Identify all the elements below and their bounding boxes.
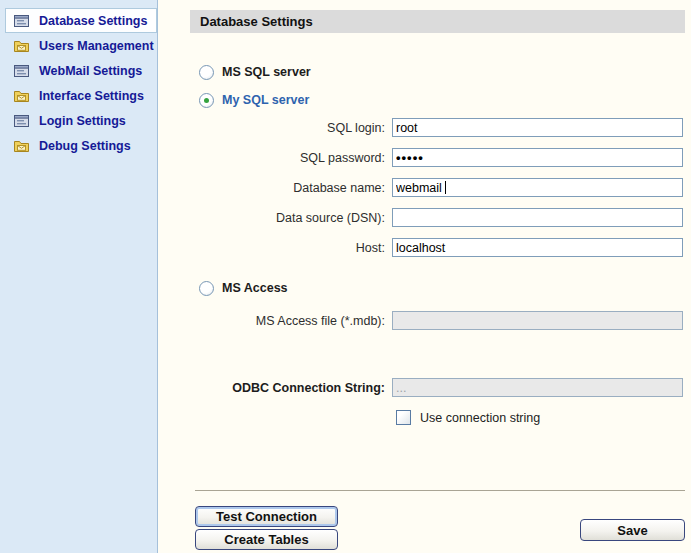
sidebar-item-label: Debug Settings	[39, 139, 131, 153]
my-sql-option-row: My SQL server	[199, 92, 309, 108]
my-sql-radio[interactable]	[199, 93, 214, 108]
sql-login-row: SQL login:	[190, 118, 690, 138]
folder-icon	[13, 138, 30, 154]
sidebar-item-label: Users Management	[39, 39, 154, 53]
ms-sql-option-row: MS SQL server	[199, 64, 311, 80]
sidebar-item-label: Login Settings	[39, 114, 126, 128]
folder-icon	[13, 88, 30, 104]
text-cursor	[445, 181, 446, 194]
sidebar-item-label: Database Settings	[39, 14, 147, 28]
ms-access-file-label: MS Access file (*.mdb):	[190, 314, 385, 328]
sidebar-item-database-settings[interactable]: Database Settings	[5, 8, 157, 33]
host-label: Host:	[190, 241, 385, 255]
my-sql-label[interactable]: My SQL server	[222, 93, 309, 107]
sidebar: Database Settings Users Management WebMa…	[0, 0, 158, 553]
data-source-input[interactable]	[392, 208, 683, 227]
page-title-bar: Database Settings	[190, 10, 685, 33]
ms-sql-radio[interactable]	[199, 65, 214, 80]
sql-login-input[interactable]	[392, 118, 683, 137]
use-connection-string-checkbox[interactable]	[396, 410, 411, 425]
data-source-label: Data source (DSN):	[190, 211, 385, 225]
sidebar-item-users-management[interactable]: Users Management	[0, 33, 157, 58]
host-input[interactable]	[392, 238, 683, 257]
ms-access-file-input	[392, 311, 683, 330]
odbc-connection-label: ODBC Connection String:	[190, 381, 385, 395]
ms-access-radio[interactable]	[199, 281, 214, 296]
create-tables-button[interactable]: Create Tables	[195, 529, 338, 550]
sidebar-item-login-settings[interactable]: Login Settings	[0, 108, 157, 133]
odbc-connection-input	[392, 378, 683, 397]
sidebar-item-webmail-settings[interactable]: WebMail Settings	[0, 58, 157, 83]
data-source-row: Data source (DSN):	[190, 208, 690, 228]
database-name-input[interactable]	[392, 178, 683, 197]
page-title: Database Settings	[200, 14, 313, 29]
database-name-label: Database name:	[190, 181, 385, 195]
database-name-row: Database name:	[190, 178, 690, 198]
sidebar-item-debug-settings[interactable]: Debug Settings	[0, 133, 157, 158]
footer-separator	[195, 490, 685, 491]
ms-access-option-row: MS Access	[199, 280, 288, 296]
ms-sql-label[interactable]: MS SQL server	[222, 65, 311, 79]
window-icon	[13, 63, 30, 79]
ms-access-label[interactable]: MS Access	[222, 281, 288, 295]
sql-password-label: SQL password:	[190, 151, 385, 165]
sql-password-row: SQL password:	[190, 148, 690, 168]
sidebar-item-interface-settings[interactable]: Interface Settings	[0, 83, 157, 108]
use-connection-string-label[interactable]: Use connection string	[420, 411, 540, 425]
use-connection-string-row: Use connection string	[396, 410, 540, 425]
window-icon	[13, 13, 30, 29]
folder-icon	[13, 38, 30, 54]
window-icon	[13, 113, 30, 129]
save-button[interactable]: Save	[580, 519, 685, 541]
ms-access-file-row: MS Access file (*.mdb):	[190, 311, 690, 331]
test-connection-button[interactable]: Test Connection	[195, 506, 338, 527]
sql-login-label: SQL login:	[190, 121, 385, 135]
sidebar-item-label: Interface Settings	[39, 89, 144, 103]
sql-password-input[interactable]	[392, 148, 683, 167]
odbc-connection-row: ODBC Connection String:	[190, 378, 690, 398]
sidebar-item-label: WebMail Settings	[39, 64, 142, 78]
host-row: Host:	[190, 238, 690, 258]
